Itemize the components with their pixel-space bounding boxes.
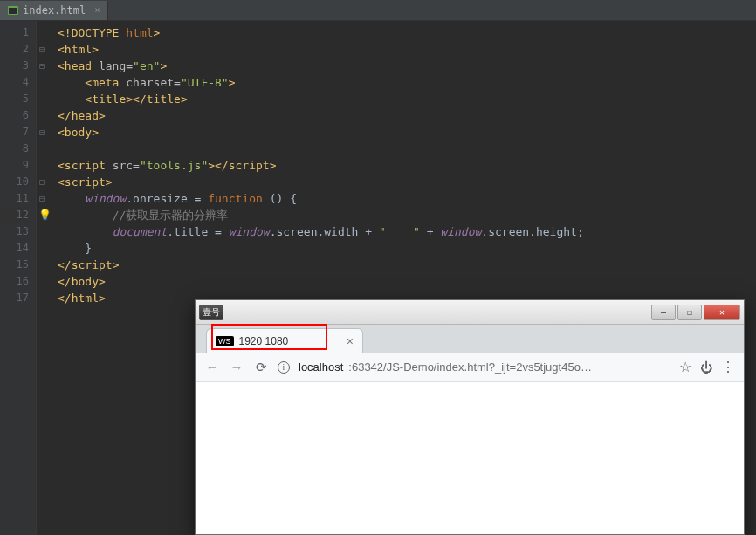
tab-close-icon[interactable]: × xyxy=(347,334,354,348)
url-field[interactable]: localhost:63342/JS-Demo/index.html?_ijt=… xyxy=(299,360,670,374)
minimize-button[interactable]: — xyxy=(651,305,676,320)
close-icon[interactable]: × xyxy=(94,4,100,16)
browser-window: 壹号 — ☐ ✕ WS 1920 1080 × ← → ⟳ i localhos… xyxy=(195,299,745,535)
reload-icon[interactable]: ⟳ xyxy=(253,360,269,375)
browser-tab[interactable]: WS 1920 1080 × xyxy=(206,328,363,353)
editor-tab-bar: index.html × xyxy=(0,0,756,21)
code-editor[interactable]: 123 456 789 101112 131415 1617 ⊟⊟⊟ ⊟⊟ 💡 … xyxy=(0,21,756,535)
browser-titlebar[interactable]: 壹号 — ☐ ✕ xyxy=(196,300,744,325)
html-file-icon xyxy=(7,4,19,17)
forward-icon[interactable]: → xyxy=(229,360,244,374)
back-icon[interactable]: ← xyxy=(204,360,220,374)
bookmark-star-icon[interactable]: ☆ xyxy=(679,359,691,375)
webstorm-favicon-icon: WS xyxy=(216,336,234,346)
power-icon[interactable]: ⏻ xyxy=(700,360,712,374)
fold-column: ⊟⊟⊟ ⊟⊟ xyxy=(37,21,47,535)
address-bar: ← → ⟳ i localhost:63342/JS-Demo/index.ht… xyxy=(196,353,744,382)
tab-filename: index.html xyxy=(23,4,86,17)
site-info-icon[interactable]: i xyxy=(278,361,290,374)
line-numbers: 123 456 789 101112 131415 1617 xyxy=(0,21,37,535)
svg-rect-1 xyxy=(9,8,17,14)
browser-tab-strip: WS 1920 1080 × xyxy=(196,325,744,353)
menu-dots-icon[interactable]: ⋮ xyxy=(721,359,735,375)
editor-tab-index-html[interactable]: index.html × xyxy=(0,1,108,20)
browser-viewport xyxy=(196,382,744,534)
browser-tab-title: 1920 1080 xyxy=(239,335,289,347)
maximize-button[interactable]: ☐ xyxy=(677,305,702,320)
language-indicator[interactable]: 壹号 xyxy=(199,305,223,320)
window-close-button[interactable]: ✕ xyxy=(704,305,740,320)
